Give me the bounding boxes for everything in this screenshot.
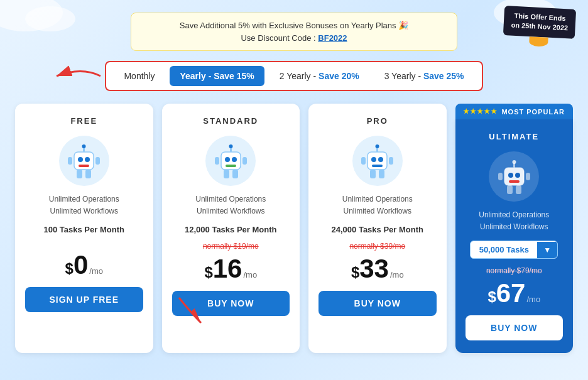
tasks-dropdown-label: 50,000 Tasks bbox=[471, 241, 537, 258]
svg-rect-38 bbox=[526, 173, 530, 180]
plan-features-standard: Unlimited OperationsUnlimited Workflows bbox=[195, 193, 266, 217]
tasks-dropdown-ultimate[interactable]: 50,000 Tasks ▼ bbox=[470, 241, 558, 259]
svg-rect-20 bbox=[232, 170, 238, 178]
svg-rect-17 bbox=[215, 157, 219, 165]
price-free: $0 bbox=[65, 252, 89, 278]
red-arrow-monthly bbox=[50, 63, 107, 89]
billing-option-yearly[interactable]: Yearly - Save 15% bbox=[170, 66, 264, 86]
billing-toggle: Monthly Yearly - Save 15% 2 Yearly - Sav… bbox=[105, 61, 482, 91]
ultimate-wrapper: ★★★★★ MOST POPULAR ULTIMATE bbox=[455, 104, 574, 353]
offer-badge-line1: This Offer Ends bbox=[514, 12, 565, 22]
price-mo-standard: /mo bbox=[243, 270, 257, 280]
price-row-standard: $16 /mo bbox=[204, 256, 257, 282]
offer-banner-text2: Use Discount Code : BF2022 bbox=[144, 32, 444, 45]
robot-icon-free bbox=[67, 141, 101, 182]
svg-point-3 bbox=[85, 157, 90, 162]
svg-point-23 bbox=[378, 157, 383, 162]
original-price-ultimate: normally $79/mo bbox=[486, 266, 542, 275]
svg-rect-28 bbox=[389, 157, 393, 165]
price-row-free: $0 /mo bbox=[65, 252, 103, 278]
price-mo-pro: /mo bbox=[390, 270, 404, 280]
svg-rect-40 bbox=[516, 185, 521, 194]
cloud-decoration-2 bbox=[25, 6, 75, 31]
plan-name-ultimate: ULTIMATE bbox=[489, 132, 539, 141]
svg-rect-19 bbox=[224, 170, 229, 178]
plan-card-standard: STANDARD Unlimited OperationsUnlimited W… bbox=[162, 104, 300, 353]
svg-rect-37 bbox=[498, 173, 503, 180]
page-wrapper: This Offer Ends on 25th Nov 2022 Save Ad… bbox=[0, 0, 588, 366]
cta-standard[interactable]: BUY NOW bbox=[172, 291, 290, 316]
plan-features-pro: Unlimited OperationsUnlimited Workflows bbox=[342, 193, 413, 217]
tasks-dropdown-arrow-icon: ▼ bbox=[537, 242, 557, 258]
svg-point-12 bbox=[225, 157, 230, 162]
svg-rect-8 bbox=[95, 157, 100, 165]
svg-point-33 bbox=[515, 173, 520, 178]
robot-img-free bbox=[59, 136, 109, 186]
plan-name-pro: PRO bbox=[367, 116, 388, 126]
robot-icon-ultimate bbox=[497, 156, 531, 197]
price-ultimate: $67 bbox=[487, 280, 525, 307]
plan-card-free: FREE Unlimited OperationsUnlimited bbox=[15, 104, 153, 353]
price-row-pro: $33 /mo bbox=[351, 256, 404, 282]
cta-free[interactable]: SIGN UP FREE bbox=[25, 287, 143, 312]
svg-rect-24 bbox=[372, 165, 383, 167]
most-popular-banner: ★★★★★ MOST POPULAR bbox=[455, 104, 574, 119]
svg-point-2 bbox=[78, 157, 83, 162]
most-popular-label: MOST POPULAR bbox=[501, 108, 565, 116]
price-pro: $33 bbox=[351, 256, 389, 282]
plan-name-standard: STANDARD bbox=[203, 116, 258, 126]
plan-features-ultimate: Unlimited OperationsUnlimited Workflows bbox=[479, 209, 549, 233]
svg-point-36 bbox=[512, 160, 516, 164]
robot-img-pro bbox=[352, 136, 403, 186]
svg-rect-30 bbox=[379, 170, 384, 178]
svg-rect-27 bbox=[361, 157, 366, 165]
plan-name-free: FREE bbox=[70, 116, 97, 126]
plans-grid: FREE Unlimited OperationsUnlimited bbox=[13, 104, 575, 353]
tasks-pro: 24,000 Tasks Per Month bbox=[332, 225, 423, 234]
svg-rect-18 bbox=[242, 157, 247, 165]
svg-rect-39 bbox=[507, 185, 513, 194]
robot-icon-pro bbox=[360, 141, 395, 182]
svg-point-22 bbox=[371, 157, 376, 162]
svg-point-32 bbox=[508, 173, 513, 178]
svg-point-16 bbox=[229, 144, 232, 148]
tasks-standard: 12,000 Tasks Per Month bbox=[185, 225, 276, 234]
svg-rect-4 bbox=[79, 165, 89, 167]
robot-img-standard bbox=[205, 136, 256, 186]
svg-rect-7 bbox=[68, 157, 72, 165]
billing-option-monthly[interactable]: Monthly bbox=[114, 66, 165, 86]
discount-code: BF2022 bbox=[318, 33, 347, 43]
billing-option-2yearly[interactable]: 2 Yearly - Save 20% bbox=[270, 66, 369, 86]
offer-badge-line2: on 25th Nov 2022 bbox=[511, 21, 568, 32]
stars: ★★★★★ bbox=[463, 107, 498, 116]
price-standard: $16 bbox=[204, 256, 242, 282]
svg-point-6 bbox=[82, 144, 86, 148]
tasks-free: 100 Tasks Per Month bbox=[44, 225, 124, 234]
cta-pro[interactable]: BUY NOW bbox=[318, 291, 437, 316]
svg-point-26 bbox=[376, 144, 379, 148]
plan-features-free: Unlimited OperationsUnlimited Workflows bbox=[49, 193, 119, 217]
svg-rect-14 bbox=[226, 165, 236, 167]
price-mo-ultimate: /mo bbox=[526, 295, 540, 304]
robot-icon-standard bbox=[214, 141, 248, 182]
plan-card-pro: PRO Unlimited OperationsUnlimited Workfl… bbox=[308, 104, 447, 353]
svg-rect-34 bbox=[509, 180, 520, 183]
price-row-ultimate: $67 /mo bbox=[487, 280, 540, 307]
svg-rect-9 bbox=[77, 170, 82, 178]
robot-img-ultimate bbox=[489, 151, 539, 202]
plan-card-ultimate: ULTIMATE Un bbox=[455, 119, 574, 353]
billing-toggle-wrapper: Monthly Yearly - Save 15% 2 Yearly - Sav… bbox=[13, 61, 575, 91]
svg-rect-29 bbox=[370, 170, 376, 178]
original-price-pro: normally $39/mo bbox=[349, 242, 405, 251]
original-price-standard: normally $19/mo bbox=[203, 242, 259, 251]
offer-banner-text1: Save Additional 5% with Exclusive Bonuse… bbox=[144, 19, 444, 32]
svg-rect-10 bbox=[85, 170, 91, 178]
offer-banner: Save Additional 5% with Exclusive Bonuse… bbox=[131, 13, 457, 51]
cta-ultimate[interactable]: BUY NOW bbox=[466, 315, 564, 340]
svg-point-13 bbox=[232, 157, 237, 162]
billing-option-3yearly[interactable]: 3 Yearly - Save 25% bbox=[374, 66, 474, 86]
price-mo-free: /mo bbox=[89, 266, 103, 276]
offer-badge: This Offer Ends on 25th Nov 2022 bbox=[503, 6, 576, 39]
